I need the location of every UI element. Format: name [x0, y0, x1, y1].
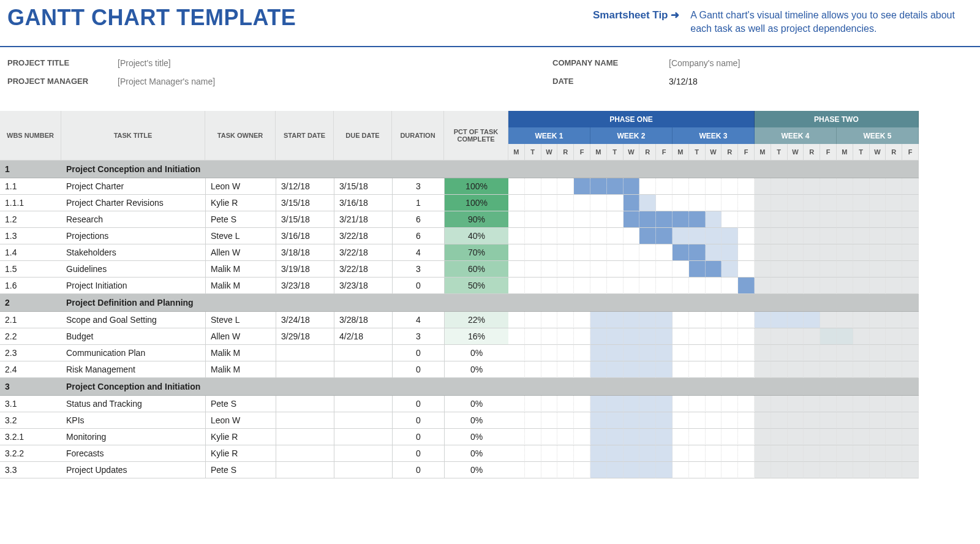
gantt-cell[interactable] [574, 278, 590, 294]
task-duration[interactable]: 0 [392, 412, 444, 429]
gantt-cell[interactable] [673, 412, 689, 429]
gantt-cell[interactable] [837, 228, 853, 244]
task-pct[interactable]: 22% [444, 312, 508, 328]
gantt-cell[interactable] [574, 211, 590, 228]
gantt-cell[interactable] [706, 445, 722, 462]
gantt-cell[interactable] [673, 396, 689, 412]
task-start[interactable]: 3/18/18 [276, 244, 334, 261]
gantt-cell[interactable] [853, 195, 870, 211]
gantt-cell[interactable] [639, 462, 656, 478]
task-pct[interactable]: 0% [444, 412, 508, 429]
gantt-cell[interactable] [541, 228, 558, 244]
gantt-cell[interactable] [689, 462, 706, 478]
gantt-cell[interactable] [902, 328, 919, 345]
gantt-cell[interactable] [541, 445, 558, 462]
gantt-cell[interactable] [788, 345, 804, 361]
gantt-cell[interactable] [525, 228, 541, 244]
gantt-cell[interactable] [508, 312, 525, 328]
task-wbs[interactable]: 3.2 [0, 412, 61, 429]
gantt-cell[interactable] [607, 412, 624, 429]
gantt-cell[interactable] [886, 278, 902, 294]
gantt-cell[interactable] [590, 396, 607, 412]
gantt-cell[interactable] [525, 345, 541, 361]
task-wbs[interactable]: 1.2 [0, 211, 61, 228]
gantt-cell[interactable] [837, 195, 853, 211]
gantt-cell[interactable] [837, 211, 853, 228]
gantt-cell[interactable] [902, 261, 919, 278]
gantt-cell[interactable] [886, 345, 902, 361]
gantt-cell[interactable] [656, 429, 673, 445]
gantt-cell[interactable] [574, 312, 590, 328]
gantt-cell[interactable] [771, 178, 788, 195]
gantt-cell[interactable] [607, 312, 624, 328]
task-due[interactable]: 4/2/18 [334, 328, 392, 345]
gantt-cell[interactable] [607, 345, 624, 361]
gantt-cell[interactable] [886, 396, 902, 412]
gantt-cell[interactable] [624, 361, 640, 378]
gantt-cell[interactable] [541, 211, 558, 228]
project-title-value[interactable]: [Project's title] [118, 58, 516, 68]
gantt-cell[interactable] [837, 462, 853, 478]
task-title[interactable]: Budget [61, 328, 205, 345]
task-owner[interactable]: Leon W [205, 178, 276, 195]
gantt-cell[interactable] [771, 396, 788, 412]
gantt-cell[interactable] [574, 195, 590, 211]
gantt-cell[interactable] [902, 445, 919, 462]
gantt-cell[interactable] [870, 429, 886, 445]
task-start[interactable]: 3/16/18 [276, 228, 334, 244]
gantt-cell[interactable] [574, 328, 590, 345]
gantt-cell[interactable] [902, 228, 919, 244]
gantt-cell[interactable] [656, 396, 673, 412]
gantt-cell[interactable] [590, 345, 607, 361]
gantt-cell[interactable] [853, 396, 870, 412]
gantt-cell[interactable] [886, 261, 902, 278]
gantt-cell[interactable] [837, 244, 853, 261]
gantt-cell[interactable] [706, 244, 722, 261]
gantt-cell[interactable] [624, 228, 640, 244]
task-title[interactable]: Forecasts [61, 445, 205, 462]
gantt-cell[interactable] [624, 396, 640, 412]
gantt-cell[interactable] [870, 211, 886, 228]
task-due[interactable]: 3/22/18 [334, 244, 392, 261]
gantt-cell[interactable] [804, 412, 820, 429]
task-start[interactable]: 3/15/18 [276, 195, 334, 211]
gantt-cell[interactable] [771, 244, 788, 261]
task-wbs[interactable]: 1.4 [0, 244, 61, 261]
gantt-cell[interactable] [639, 278, 656, 294]
gantt-cell[interactable] [804, 361, 820, 378]
gantt-cell[interactable] [689, 228, 706, 244]
gantt-cell[interactable] [574, 228, 590, 244]
gantt-cell[interactable] [689, 328, 706, 345]
gantt-cell[interactable] [673, 261, 689, 278]
gantt-cell[interactable] [689, 345, 706, 361]
gantt-cell[interactable] [771, 328, 788, 345]
gantt-cell[interactable] [886, 429, 902, 445]
gantt-cell[interactable] [837, 178, 853, 195]
gantt-cell[interactable] [557, 278, 574, 294]
gantt-cell[interactable] [706, 312, 722, 328]
gantt-cell[interactable] [837, 361, 853, 378]
task-wbs[interactable]: 2.1 [0, 312, 61, 328]
gantt-cell[interactable] [706, 328, 722, 345]
gantt-cell[interactable] [607, 328, 624, 345]
gantt-cell[interactable] [639, 261, 656, 278]
task-pct[interactable]: 100% [444, 178, 508, 195]
gantt-cell[interactable] [656, 244, 673, 261]
gantt-cell[interactable] [590, 412, 607, 429]
gantt-cell[interactable] [689, 244, 706, 261]
gantt-cell[interactable] [541, 312, 558, 328]
gantt-cell[interactable] [639, 345, 656, 361]
task-title[interactable]: Project Initiation [61, 278, 205, 294]
gantt-cell[interactable] [607, 261, 624, 278]
gantt-cell[interactable] [853, 278, 870, 294]
gantt-cell[interactable] [673, 211, 689, 228]
gantt-cell[interactable] [820, 361, 837, 378]
task-owner[interactable]: Pete S [205, 211, 276, 228]
gantt-cell[interactable] [525, 328, 541, 345]
task-start[interactable] [276, 412, 334, 429]
task-due[interactable]: 3/22/18 [334, 261, 392, 278]
task-duration[interactable]: 0 [392, 445, 444, 462]
task-due[interactable] [334, 429, 392, 445]
task-duration[interactable]: 3 [392, 328, 444, 345]
gantt-cell[interactable] [738, 244, 755, 261]
